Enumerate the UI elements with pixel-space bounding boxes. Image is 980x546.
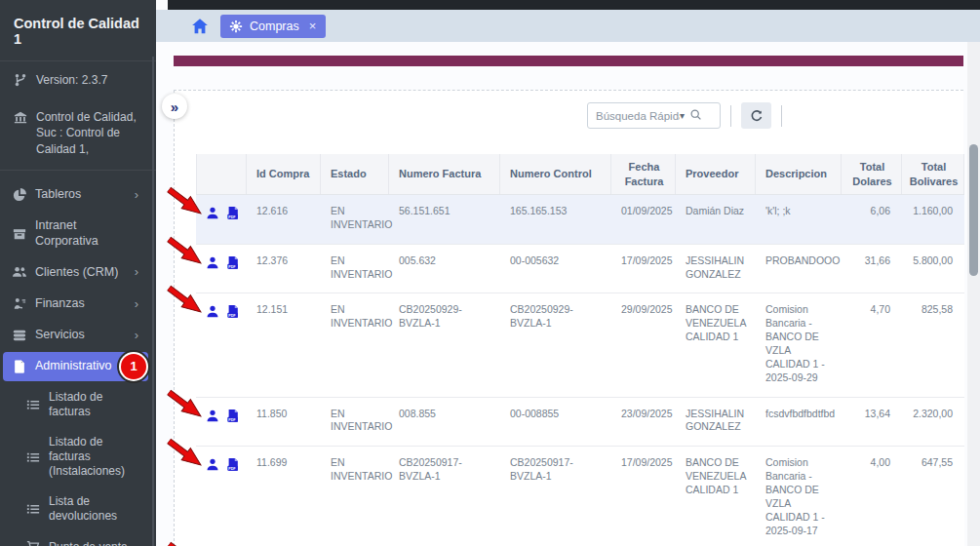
top-navbar <box>168 0 980 10</box>
cell-estado: EN INVENTARIO <box>321 447 389 546</box>
header-id-compra[interactable]: Id Compra <box>247 154 321 194</box>
annotation-badge: 1 <box>121 354 146 379</box>
toolbar-divider <box>730 105 731 127</box>
svg-text:PDF: PDF <box>228 417 236 421</box>
cell-total-dolares: 13,64 <box>842 398 902 447</box>
bank-icon <box>14 110 27 124</box>
scrollbar-thumb[interactable] <box>969 144 978 276</box>
file-icon <box>13 360 26 373</box>
sidebar-item-label: Finanzas <box>35 296 126 312</box>
sidebar-item[interactable]: Listado de facturas (Instalaciones) <box>3 428 148 486</box>
pdf-file-icon[interactable]: PDF <box>226 409 240 423</box>
header-descripcion[interactable]: Descripcion <box>756 154 842 194</box>
header-total-dolares[interactable]: Total Dolares <box>842 154 902 194</box>
table-row[interactable]: PDF 11.699 EN INVENTARIO CB20250917-BVZL… <box>196 447 964 546</box>
cell-numero-factura: 005.632 <box>389 245 500 293</box>
chevron-right-icon: › <box>135 328 140 343</box>
pdf-file-icon[interactable]: PDF <box>226 304 240 319</box>
search-icon[interactable] <box>689 107 702 125</box>
refresh-button[interactable] <box>741 102 771 129</box>
chevron-right-icon: › <box>135 264 140 280</box>
grid-toolbar: ▾ <box>175 91 963 135</box>
cell-id-compra: 11.850 <box>247 398 321 447</box>
gear-icon <box>229 20 243 33</box>
chevron-down-icon[interactable]: ▾ <box>680 110 685 121</box>
table-row[interactable]: PDF 12.616 EN INVENTARIO 56.151.651 165.… <box>196 195 964 245</box>
header-numero-control[interactable]: Numero Control <box>500 154 611 194</box>
compras-table: Id Compra Estado Numero Factura Numero C… <box>196 154 964 546</box>
sidebar-item[interactable]: Servicios › <box>3 321 148 350</box>
cell-descripcion: fcsdvfbdfbdtfbd <box>756 398 842 447</box>
user-icon[interactable] <box>206 255 219 270</box>
close-icon[interactable]: × <box>309 20 317 32</box>
chevron-right-icon: › <box>135 187 140 203</box>
sidebar-item-label: Listado de facturas (Instalaciones) <box>49 435 140 479</box>
sidebar-item-label: Clientes (CRM) <box>35 265 126 281</box>
cell-total-dolares: 4,70 <box>842 293 902 396</box>
row-actions: PDF <box>196 195 247 244</box>
sidebar-item[interactable]: Clientes (CRM) › <box>3 257 148 287</box>
cell-proveedor: JESSIHALIN GONZALEZ <box>676 398 756 447</box>
cell-descripcion: Comision Bancaria - BANCO DE VZLA CALIDA… <box>756 447 842 546</box>
cart-icon <box>26 540 40 546</box>
cell-fecha-factura: 23/09/2025 <box>611 398 676 447</box>
table-body: PDF 12.616 EN INVENTARIO 56.151.651 165.… <box>196 195 964 546</box>
expand-panel-button[interactable]: » <box>162 94 187 119</box>
sidebar-scrollbar[interactable] <box>152 57 154 546</box>
cell-total-bolivares: 825,58 <box>902 293 964 396</box>
user-icon[interactable] <box>206 409 219 423</box>
cell-numero-factura: CB20250917-BVZLA-1 <box>389 447 500 546</box>
users-icon <box>13 265 26 279</box>
cell-descripcion: 'k'l; ;k <box>756 195 842 244</box>
svg-text:PDF: PDF <box>228 467 236 471</box>
cell-id-compra: 12.616 <box>247 195 321 244</box>
cell-total-bolivares: 1.160,00 <box>902 195 964 244</box>
content-panel: » ▾ Id Compra Estado Nu <box>174 90 963 546</box>
header-total-bolivares[interactable]: Total Bolivares <box>902 154 964 194</box>
table-header: Id Compra Estado Numero Factura Numero C… <box>196 154 964 195</box>
user-icon[interactable] <box>206 206 219 220</box>
sidebar-item[interactable]: Tableros › <box>3 180 148 210</box>
cell-proveedor: BANCO DE VENEZUELA CALIDAD 1 <box>676 447 756 546</box>
branch-row: Control de Calidad, Suc : Control de Cal… <box>0 98 156 168</box>
row-actions: PDF <box>196 245 247 293</box>
search-input[interactable] <box>596 110 680 122</box>
sidebar-item[interactable]: Finanzas › <box>3 290 148 319</box>
refresh-icon <box>750 109 764 123</box>
header-fecha-factura[interactable]: Fecha Factura <box>611 154 676 194</box>
header-numero-factura[interactable]: Numero Factura <box>389 154 500 194</box>
list-icon <box>26 398 40 411</box>
sidebar-item[interactable]: Lista de devoluciones <box>3 488 148 530</box>
user-icon[interactable] <box>206 457 219 472</box>
sidebar-item[interactable]: Punto de venta <box>3 532 148 546</box>
table-row[interactable]: PDF 11.850 EN INVENTARIO 008.855 00-0088… <box>196 398 964 448</box>
table-row[interactable]: PDF 12.151 EN INVENTARIO CB20250929-BVZL… <box>196 293 964 397</box>
sidebar-item-label: Intranet Corporativa <box>35 218 140 249</box>
sidebar-item[interactable]: Administrativo 1 <box>3 352 148 381</box>
user-icon[interactable] <box>206 304 219 319</box>
tab-compras[interactable]: Compras × <box>220 15 326 38</box>
pdf-file-icon[interactable]: PDF <box>226 255 240 270</box>
sidebar-item-label: Lista de devoluciones <box>49 494 140 524</box>
sidebar-item-label: Servicios <box>35 328 126 343</box>
cell-numero-control: 00-005632 <box>500 245 611 293</box>
cell-id-compra: 12.151 <box>247 293 321 396</box>
accent-bar <box>174 56 963 66</box>
pdf-file-icon[interactable]: PDF <box>226 457 240 472</box>
header-proveedor[interactable]: Proveedor <box>676 154 756 194</box>
quick-search: ▾ <box>587 102 721 129</box>
sidebar-item[interactable]: Listado de facturas <box>3 383 148 426</box>
cell-proveedor: Damián Diaz <box>676 195 756 244</box>
toolbar-divider <box>781 105 782 127</box>
cell-numero-factura: 56.151.651 <box>389 195 500 244</box>
tab-label: Compras <box>250 20 299 33</box>
pdf-file-icon[interactable]: PDF <box>226 206 240 220</box>
header-estado[interactable]: Estado <box>321 154 389 194</box>
cell-total-bolivares: 2.320,00 <box>902 398 964 447</box>
sidebar-item[interactable]: Intranet Corporativa <box>3 212 148 255</box>
table-row[interactable]: PDF 12.376 EN INVENTARIO 005.632 00-0056… <box>196 245 964 294</box>
cell-proveedor: BANCO DE VENEZUELA CALIDAD 1 <box>676 293 756 396</box>
header-actions <box>196 154 247 194</box>
vertical-scrollbar[interactable] <box>967 42 980 546</box>
home-icon[interactable] <box>191 18 209 35</box>
